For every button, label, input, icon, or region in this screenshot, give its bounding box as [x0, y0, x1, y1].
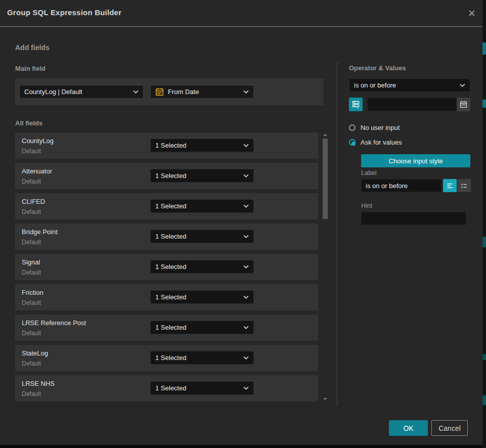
field-values-dropdown-value: 1 Selected	[155, 293, 243, 301]
radio-no-user-input[interactable]: No user input	[349, 124, 400, 131]
add-fields-heading: Add fields	[15, 43, 50, 52]
hint-caption: Hint	[361, 202, 372, 209]
chevron-down-icon	[243, 326, 249, 329]
field-type: Default	[22, 208, 45, 215]
field-type: Default	[22, 330, 86, 337]
chevron-down-icon	[460, 83, 465, 87]
scrollbar-thumb[interactable]	[323, 139, 328, 219]
all-fields-list: CountyLogDefault1 SelectedAttenuatorDefa…	[15, 132, 318, 406]
chevron-down-icon	[243, 90, 249, 94]
field-values-dropdown-value: 1 Selected	[155, 324, 243, 331]
choose-input-style-button[interactable]: Choose input style	[361, 154, 470, 167]
close-icon[interactable]: ✕	[464, 6, 479, 21]
field-name: LRSE NHS	[22, 380, 55, 387]
align-left-icon	[446, 182, 454, 190]
chevron-down-icon	[243, 235, 249, 238]
field-row: AttenuatorDefault1 Selected	[15, 163, 318, 189]
date-value-input[interactable]	[367, 98, 470, 111]
date-value-field	[367, 98, 470, 111]
field-values-dropdown[interactable]: 1 Selected	[150, 321, 254, 334]
field-values-dropdown[interactable]: 1 Selected	[150, 351, 254, 365]
main-field-strip: CountyLog | Default From Date	[15, 78, 324, 105]
label-caption: Label	[361, 169, 377, 176]
field-values-dropdown[interactable]: 1 Selected	[150, 260, 254, 274]
operator-values-heading: Operator & Values	[349, 64, 406, 72]
cancel-button[interactable]: Cancel	[431, 420, 468, 436]
radio-ask-for-values[interactable]: Ask for values	[349, 139, 402, 146]
field-values-dropdown-value: 1 Selected	[155, 384, 243, 392]
field-type: Default	[22, 360, 48, 367]
chevron-down-icon	[133, 90, 139, 94]
field-row: SignalDefault1 Selected	[15, 254, 318, 280]
dialog-title: Group SQL Expression Builder	[7, 8, 121, 17]
field-row: Bridge PointDefault1 Selected	[15, 223, 318, 250]
operator-dropdown-value: is on or before	[354, 81, 460, 89]
field-type: Default	[22, 178, 52, 185]
field-values-dropdown[interactable]: 1 Selected	[150, 169, 254, 183]
field-row: LRSE NHSDefault1 Selected	[15, 375, 318, 401]
field-values-dropdown[interactable]: 1 Selected	[150, 139, 254, 152]
chevron-down-icon	[243, 295, 249, 299]
field-values-dropdown-value: 1 Selected	[155, 233, 243, 240]
label-input[interactable]	[361, 179, 442, 192]
bullet-list-icon	[460, 182, 468, 190]
field-name: Signal	[22, 258, 41, 266]
chevron-down-icon	[243, 174, 249, 177]
layer-dropdown[interactable]: CountyLog | Default	[19, 85, 144, 99]
app-bottom-edge	[0, 445, 482, 448]
chevron-down-icon	[243, 144, 249, 147]
field-name: StateLog	[22, 349, 48, 357]
value-source-button[interactable]	[349, 98, 363, 111]
operator-dropdown[interactable]: is on or before	[349, 78, 470, 92]
scrollbar-down-icon[interactable]	[323, 398, 327, 400]
field-values-dropdown[interactable]: 1 Selected	[150, 381, 254, 395]
field-name: CLIFED	[22, 198, 45, 205]
date-picker-button[interactable]	[457, 98, 470, 111]
field-values-dropdown-value: 1 Selected	[155, 354, 243, 362]
calendar-icon	[155, 87, 164, 96]
field-values-dropdown[interactable]: 1 Selected	[150, 230, 254, 243]
all-fields-label: All fields	[15, 119, 42, 127]
layer-dropdown-value: CountyLog | Default	[24, 88, 133, 96]
scrollbar-up-icon[interactable]	[323, 133, 327, 136]
radio-label: Ask for values	[361, 139, 402, 146]
ok-button[interactable]: OK	[389, 420, 428, 436]
app-edge-strip	[482, 0, 486, 448]
field-name: Bridge Point	[22, 228, 58, 236]
field-type: Default	[22, 390, 55, 397]
chevron-down-icon	[243, 386, 249, 390]
field-row: StateLogDefault1 Selected	[15, 345, 318, 371]
chevron-down-icon	[243, 204, 249, 208]
field-values-dropdown[interactable]: 1 Selected	[150, 290, 254, 304]
field-type: Default	[22, 269, 41, 276]
radio-icon	[349, 124, 356, 131]
calendar-icon	[460, 101, 467, 108]
chevron-down-icon	[243, 265, 249, 268]
field-values-dropdown-value: 1 Selected	[155, 202, 243, 210]
field-name: Attenuator	[22, 167, 52, 175]
field-type: Default	[22, 299, 43, 306]
field-type: Default	[22, 148, 54, 155]
dialog-titlebar: Group SQL Expression Builder ✕	[0, 0, 482, 27]
chevron-down-icon	[243, 356, 249, 360]
field-values-dropdown-value: 1 Selected	[155, 142, 243, 149]
field-values-dropdown[interactable]: 1 Selected	[150, 199, 254, 213]
field-row: CLIFEDDefault1 Selected	[15, 193, 318, 219]
main-field-dropdown[interactable]: From Date	[150, 85, 254, 99]
field-values-dropdown-value: 1 Selected	[155, 263, 243, 271]
field-name: Friction	[22, 289, 43, 296]
field-row: CountyLogDefault1 Selected	[15, 132, 318, 159]
single-line-style-button[interactable]	[443, 179, 457, 192]
hint-input[interactable]	[361, 212, 466, 225]
field-name: LRSE Reference Post	[22, 319, 86, 327]
stacked-values-icon	[351, 100, 360, 109]
radio-label: No user input	[361, 124, 400, 131]
list-style-button[interactable]	[457, 179, 471, 192]
field-type: Default	[22, 239, 58, 246]
field-values-dropdown-value: 1 Selected	[155, 172, 243, 180]
radio-icon	[349, 139, 356, 146]
main-field-dropdown-value: From Date	[168, 88, 243, 96]
list-scrollbar[interactable]	[321, 132, 329, 401]
panel-divider	[337, 62, 337, 406]
field-row: LRSE Reference PostDefault1 Selected	[15, 315, 318, 341]
